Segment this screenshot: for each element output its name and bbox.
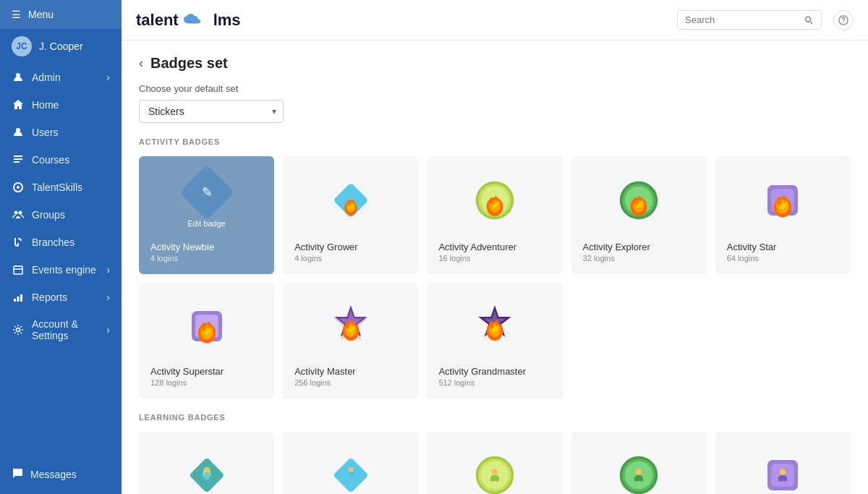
svg-point-36	[638, 196, 642, 203]
learning-badge-1-icon	[182, 450, 232, 494]
logo-talent: talent	[136, 11, 179, 30]
learning-badge-image-5	[727, 443, 839, 494]
svg-rect-68	[204, 472, 209, 477]
badge-card-adventurer[interactable]: Activity Adventurer 16 logins	[427, 156, 562, 274]
default-set-section: Choose your default set Stickers Default…	[139, 83, 851, 123]
groups-icon	[12, 208, 25, 221]
sidebar-item-label: Groups	[32, 209, 65, 221]
svg-point-86	[780, 469, 786, 475]
badge-image-master	[294, 294, 407, 357]
sidebar-item-branches[interactable]: Branches	[0, 229, 122, 256]
svg-point-50	[206, 321, 210, 329]
sidebar-item-reports[interactable]: Reports ›	[0, 284, 122, 311]
svg-point-14	[806, 17, 811, 22]
search-input[interactable]	[685, 14, 800, 25]
chevron-right-icon: ›	[106, 264, 110, 276]
badge-superstar-icon	[182, 301, 232, 352]
badge-grower-icon	[326, 175, 376, 226]
svg-point-42	[778, 197, 783, 205]
menu-label: Menu	[28, 9, 54, 20]
svg-point-55	[345, 321, 350, 329]
default-set-select[interactable]: Stickers Default Custom	[139, 100, 284, 123]
sidebar-item-label: Events engine	[32, 264, 96, 276]
badge-card-newbie[interactable]: ✎ Edit badge Activity Newbie 4 logins	[139, 156, 274, 274]
events-icon	[12, 263, 25, 276]
sidebar-item-account-settings[interactable]: Account & Settings ›	[0, 311, 122, 349]
svg-point-22	[350, 199, 353, 204]
app-header: talent lms	[122, 0, 868, 41]
badge-logins: 4 logins	[294, 254, 322, 263]
settings-icon	[12, 323, 25, 336]
svg-point-28	[490, 197, 495, 205]
svg-rect-82	[634, 477, 637, 482]
svg-point-43	[783, 195, 787, 203]
learning-badge-image-4	[583, 443, 695, 494]
menu-button[interactable]: ☰ Menu	[0, 0, 122, 29]
edit-diamond: ✎	[179, 165, 234, 220]
users-icon	[12, 126, 25, 139]
sidebar-bottom: Messages	[0, 454, 122, 494]
badge-image-grandmaster	[438, 294, 550, 357]
svg-point-8	[19, 211, 22, 215]
badge-card-grower[interactable]: Activity Grower 4 logins	[283, 156, 418, 274]
svg-rect-76	[490, 477, 493, 482]
badge-image-grower	[294, 168, 407, 233]
sidebar-item-label: Branches	[32, 237, 75, 248]
svg-rect-11	[17, 297, 20, 302]
learning-badge-grid	[139, 432, 851, 494]
sidebar-item-messages[interactable]: Messages	[12, 461, 110, 487]
badge-image-newbie: ✎ Edit badge	[150, 168, 263, 233]
sidebar-item-events[interactable]: Events engine ›	[0, 256, 122, 284]
svg-point-61	[495, 320, 498, 326]
learning-badge-card-1[interactable]	[139, 432, 274, 494]
svg-rect-88	[778, 477, 781, 482]
badge-card-master[interactable]: Activity Master 256 logins	[283, 283, 418, 399]
badge-card-superstar[interactable]: Activity Superstar 128 logins	[139, 283, 274, 399]
sidebar-item-users[interactable]: Users	[0, 119, 122, 146]
sidebar-item-label: Messages	[30, 469, 77, 480]
sidebar-item-admin[interactable]: Admin ›	[0, 64, 122, 91]
svg-point-21	[347, 200, 351, 206]
help-button[interactable]	[833, 10, 854, 30]
badge-logins: 32 logins	[583, 254, 615, 263]
sidebar-item-courses[interactable]: Courses	[0, 146, 122, 174]
svg-rect-3	[14, 158, 22, 160]
sidebar-item-label: TalentSkills	[32, 182, 82, 193]
badge-master-icon	[326, 301, 376, 352]
badge-adventurer-icon	[469, 175, 520, 226]
learning-badge-card-2[interactable]	[283, 432, 418, 494]
user-profile[interactable]: JC J. Cooper	[0, 29, 122, 64]
badge-name: Activity Adventurer	[438, 242, 516, 252]
svg-point-7	[14, 211, 18, 215]
talentskills-icon	[12, 181, 25, 194]
svg-point-67	[204, 467, 209, 472]
edit-badge-label: Edit badge	[187, 219, 226, 228]
search-box[interactable]	[677, 10, 822, 30]
badge-logins: 4 logins	[150, 254, 178, 263]
learning-badge-image-2	[294, 443, 407, 494]
sidebar-item-label: Home	[32, 99, 59, 111]
chevron-right-icon: ›	[106, 291, 110, 303]
page-title: Badges set	[150, 55, 228, 72]
activity-badge-grid: ✎ Edit badge Activity Newbie 4 logins	[139, 156, 851, 399]
sidebar-item-talentskills[interactable]: TalentSkills	[0, 174, 122, 201]
sidebar-item-label: Users	[32, 127, 59, 138]
badge-card-star[interactable]: Activity Star 64 logins	[715, 156, 851, 274]
learning-badge-card-3[interactable]	[427, 432, 562, 494]
sidebar-item-label: Courses	[32, 154, 69, 166]
sidebar-item-groups[interactable]: Groups	[0, 201, 122, 229]
learning-badge-4-icon	[613, 450, 664, 494]
svg-rect-71	[348, 472, 353, 477]
chevron-right-icon: ›	[106, 324, 110, 336]
sidebar-item-label: Admin	[32, 72, 61, 83]
back-button[interactable]: ‹	[139, 56, 143, 71]
badge-card-grandmaster[interactable]: Activity Grandmaster 512 logins	[427, 283, 562, 399]
sidebar-item-home[interactable]: Home	[0, 91, 122, 119]
svg-point-56	[351, 320, 354, 326]
content-area: ‹ Badges set Choose your default set Sti…	[122, 41, 868, 494]
learning-badge-card-4[interactable]	[571, 432, 707, 494]
badge-card-explorer[interactable]: Activity Explorer 32 logins	[571, 156, 707, 274]
badge-name: Activity Grower	[294, 242, 357, 252]
learning-badge-card-5[interactable]	[715, 432, 851, 494]
main-content: talent lms ‹ Badges set Choose your defa…	[122, 0, 868, 494]
